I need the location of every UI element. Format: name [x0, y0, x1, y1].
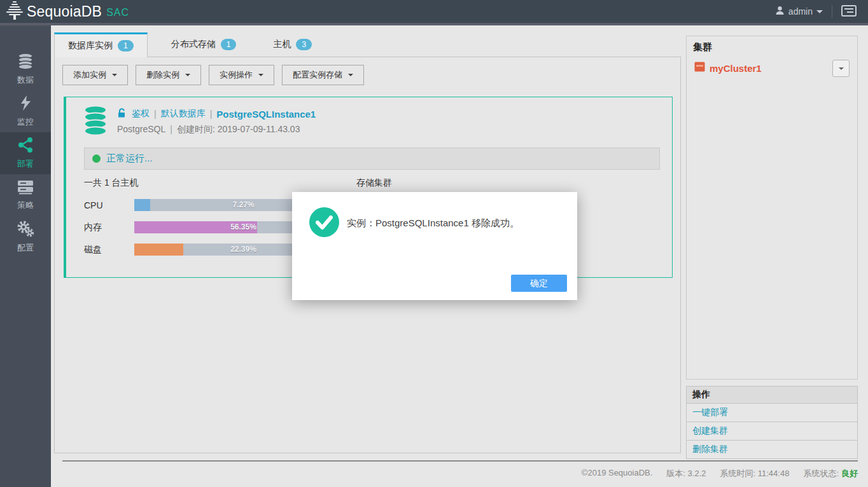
sidebar-item-deploy[interactable]: 部署 [0, 132, 51, 174]
instance-status-bar: 正常运行... [84, 147, 660, 170]
metric-label: CPU [84, 200, 134, 210]
sidebar-item-label: 数据 [17, 74, 34, 86]
status-dot-icon [92, 154, 101, 163]
database-icon [17, 53, 34, 71]
add-instance-button[interactable]: 添加实例 [62, 65, 128, 85]
delete-instance-button[interactable]: 删除实例 [136, 65, 201, 85]
delete-cluster-link[interactable]: 删除集群 [687, 441, 857, 458]
brand-name: SequoiaDB [27, 3, 102, 20]
instance-links: 鉴权 | 默认数据库 | PostgreSQLInstance1 [117, 108, 316, 120]
tab-label: 主机 [273, 39, 291, 50]
storage-cluster-header: 存储集群 [356, 177, 392, 189]
ok-button[interactable]: 确定 [511, 275, 567, 292]
success-check-icon [309, 207, 339, 240]
sidebar-item-label: 配置 [17, 242, 34, 254]
instance-operation-button[interactable]: 实例操作 [209, 65, 274, 85]
strategy-servers-icon [17, 179, 34, 196]
one-click-deploy-link[interactable]: 一键部署 [687, 404, 857, 422]
chevron-down-icon [839, 67, 844, 70]
sequoia-tree-logo-icon [5, 0, 24, 23]
deploy-share-icon [17, 137, 34, 155]
sidebar-item-strategy[interactable]: 策略 [0, 174, 51, 216]
divider [832, 5, 832, 18]
button-label: 删除实例 [146, 69, 179, 81]
auth-link[interactable]: 鉴权 [132, 108, 150, 120]
count-badge: 3 [296, 39, 312, 50]
brand: SequoiaDB SAC [5, 0, 129, 23]
separator: | [154, 109, 157, 119]
dialog-message: 实例：PostgreSQLInstance1 移除成功。 [347, 217, 519, 230]
tab-hosts[interactable]: 主机 3 [260, 32, 325, 57]
button-label: 配置实例存储 [293, 69, 342, 81]
sidebar-item-label: 部署 [17, 158, 34, 170]
count-badge: 1 [118, 40, 134, 51]
footer: ©2019 SequoiaDB. 版本: 3.2.2 系统时间: 11:44:4… [582, 468, 858, 479]
metric-label: 内存 [84, 222, 134, 233]
operations-panel: 操作 一键部署 创建集群 删除集群 [686, 386, 858, 459]
copyright-text: ©2019 SequoiaDB. [582, 468, 653, 479]
default-database-link[interactable]: 默认数据库 [161, 108, 206, 120]
tab-distributed-storage[interactable]: 分布式存储 1 [158, 32, 250, 57]
cluster-panel-title: 集群 [693, 41, 712, 53]
brand-suffix: SAC [106, 7, 129, 18]
sidebar-item-label: 监控 [17, 116, 34, 128]
sidebar-item-label: 策略 [17, 200, 34, 211]
version-text: 版本: 3.2.2 [666, 468, 706, 479]
chevron-down-icon [112, 74, 117, 76]
system-status-value: 良好 [841, 468, 858, 479]
sidebar-item-config[interactable]: 配置 [0, 216, 51, 258]
cluster-panel: 集群 myCluster1 [686, 36, 858, 380]
button-label: 添加实例 [73, 69, 106, 81]
instance-type: PostgreSQL [117, 124, 165, 135]
unlock-icon [117, 108, 127, 120]
monitor-bolt-icon [18, 95, 32, 113]
chevron-down-icon [348, 74, 353, 76]
tab-database-instances[interactable]: 数据库实例 1 [54, 32, 148, 57]
user-name: admin [788, 6, 813, 17]
metric-label: 磁盘 [84, 244, 134, 256]
cluster-dropdown-button[interactable] [832, 60, 850, 77]
chevron-down-icon [185, 74, 190, 76]
hosts-summary: 一共 1 台主机 [84, 177, 139, 189]
header-divider-strip [0, 23, 868, 25]
cluster-item[interactable]: myCluster1 [694, 62, 762, 74]
postgresql-database-icon [83, 105, 108, 139]
count-badge: 1 [221, 39, 237, 50]
sidebar-nav: 数据 监控 [0, 25, 51, 487]
operations-title: 操作 [687, 387, 857, 404]
instance-meta: PostgreSQL | 创建时间: 2019-07-09-11.43.03 [117, 124, 300, 135]
cluster-name: myCluster1 [710, 63, 762, 74]
sidebar-item-data[interactable]: 数据 [0, 48, 51, 90]
tab-label: 数据库实例 [68, 40, 113, 51]
server-list-icon[interactable] [841, 5, 857, 18]
chevron-down-icon [258, 74, 263, 76]
instance-created-time: 创建时间: 2019-07-09-11.43.03 [177, 124, 300, 135]
button-label: 实例操作 [220, 69, 253, 81]
sequoiadb-sac-app: SequoiaDB SAC admin [0, 0, 868, 487]
system-status-label: 系统状态: [803, 468, 839, 479]
separator: | [170, 124, 172, 135]
separator: | [210, 109, 213, 119]
system-time-text: 系统时间: 11:44:48 [720, 468, 790, 479]
footer-divider [62, 460, 858, 462]
sidebar-item-monitor[interactable]: 监控 [0, 90, 51, 132]
create-cluster-link[interactable]: 创建集群 [687, 422, 857, 441]
status-text: 正常运行... [106, 153, 153, 165]
tab-label: 分布式存储 [171, 39, 216, 50]
chevron-down-icon [816, 10, 823, 13]
instance-name-link[interactable]: PostgreSQLInstance1 [216, 109, 316, 120]
toolbar: 添加实例 删除实例 实例操作 配置实例存储 [62, 65, 364, 85]
configure-instance-storage-button[interactable]: 配置实例存储 [282, 65, 364, 85]
user-menu[interactable]: admin [775, 6, 823, 17]
cluster-box-icon [694, 62, 705, 74]
success-dialog: 实例：PostgreSQLInstance1 移除成功。 确定 [292, 192, 577, 300]
top-bar: SequoiaDB SAC admin [0, 0, 868, 23]
user-icon [775, 6, 785, 17]
tab-strip: 数据库实例 1 分布式存储 1 主机 3 [54, 33, 681, 57]
config-gears-icon [17, 221, 34, 239]
